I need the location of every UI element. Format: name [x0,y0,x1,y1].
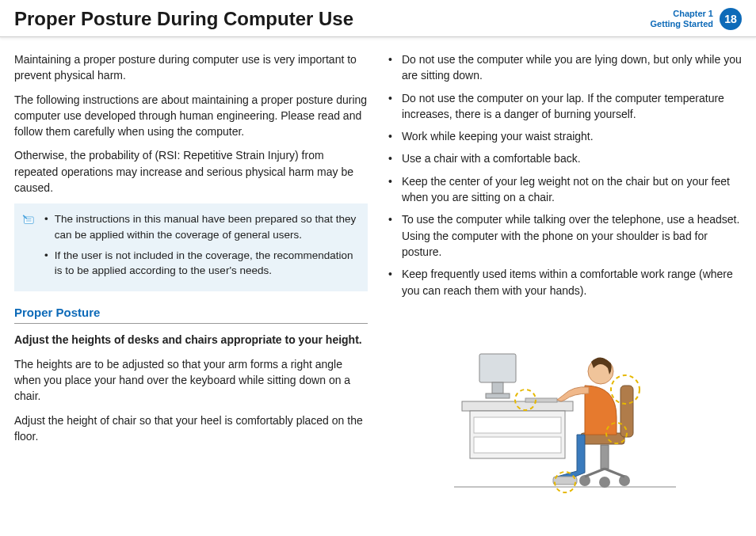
section-title: Proper Posture [14,304,368,325]
svg-rect-6 [479,354,516,382]
svg-rect-7 [492,382,503,393]
svg-rect-8 [486,393,510,398]
header-right: Chapter 1 Getting Started 18 [651,8,742,30]
bullet-7: Keep frequently used items within a comf… [402,266,742,298]
svg-point-12 [599,477,610,488]
chapter-line1: Chapter 1 [651,9,713,19]
bullet-4: Use a chair with a comfortable back. [402,150,581,166]
svg-line-14 [585,469,605,477]
intro-p1: Maintaining a proper posture during comp… [14,51,368,84]
note-item-1: The instructions in this manual have bee… [55,211,357,242]
bullet-1: Do not use the computer while you are ly… [402,51,742,84]
page-header: Proper Posture During Computer Use Chapt… [0,0,756,37]
svg-rect-18 [553,477,577,485]
note-icon [22,213,38,283]
content-area: Maintaining a proper posture during comp… [0,37,756,504]
intro-p3: Otherwise, the probability of (RSI: Repe… [14,147,368,196]
svg-rect-10 [601,445,609,469]
svg-line-15 [605,469,624,477]
bullet-3: Work while keeping your waist straight. [402,128,594,144]
page-title: Proper Posture During Computer Use [14,8,353,30]
note-item-2: If the user is not included in the cover… [55,248,357,279]
note-box: The instructions in this manual have bee… [14,203,368,291]
sub-heading: Adjust the heights of desks and chairs a… [14,332,368,348]
svg-point-11 [579,475,590,486]
svg-rect-5 [474,437,561,453]
chapter-line2: Getting Started [651,19,713,29]
posture-illustration [388,306,742,496]
svg-point-13 [619,475,630,486]
svg-rect-9 [525,398,557,402]
intro-p2: The following instructions are about mai… [14,92,368,140]
bullet-list: Do not use the computer while you are ly… [388,51,742,298]
page-number-badge: 18 [720,8,742,30]
note-list: The instructions in this manual have bee… [44,211,357,283]
right-column: Do not use the computer while you are ly… [388,51,742,496]
posture-p2: Adjust the height of chair so that your … [14,412,368,445]
svg-rect-4 [474,417,561,433]
chapter-info: Chapter 1 Getting Started [651,9,713,29]
bullet-5: Keep the center of your leg weight not o… [402,173,742,206]
bullet-6: To use the computer while talking over t… [402,211,742,260]
posture-p1: The heights are to be adjusted so that y… [14,356,368,405]
left-column: Maintaining a proper posture during comp… [14,51,368,496]
bullet-2: Do not use the computer on your lap. If … [402,90,742,123]
